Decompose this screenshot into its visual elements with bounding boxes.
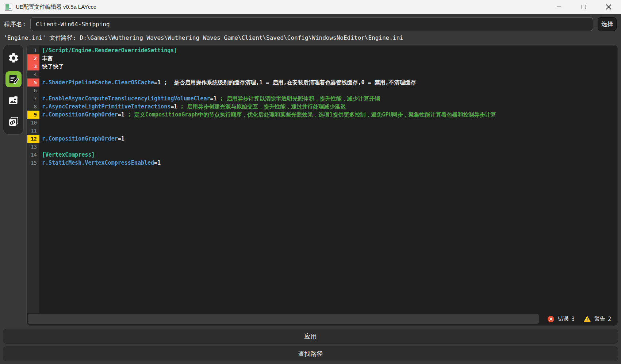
editor-line[interactable]: 3快了快了 [27,62,617,70]
code-line: r.ShaderPipelineCache.ClearOSCache=1 ; 是… [39,78,416,87]
code-line [39,119,42,127]
code-line: r.CompositionGraphOrder=1 [39,135,124,143]
image-icon [8,95,19,106]
find-path-button[interactable]: 查找路径 [3,346,618,361]
editor-line[interactable]: 7r.EnableAsyncComputeTranslucencyLightin… [27,95,617,103]
line-number: 11 [27,127,39,135]
editor-line[interactable]: 4 [27,70,617,78]
line-number: 2 [27,54,39,62]
code-line: r.EnableAsyncComputeTranslucencyLighting… [39,95,380,103]
sidebar [3,45,24,135]
code-editor[interactable]: 1[/Script/Engine.RendererOverrideSetting… [27,46,617,313]
line-number: 3 [27,62,39,70]
close-icon [606,4,612,10]
editor-line[interactable]: 15r.StaticMesh.VertexCompressEnabled=1 [27,159,617,167]
editor-line[interactable]: 12r.CompositionGraphOrder=1 [27,135,617,143]
sidebar-item-settings[interactable] [5,50,22,66]
code-line: 丰富 [39,54,53,62]
code-line [39,87,42,95]
code-line: 快了快了 [39,62,64,70]
editor-lines: 1[/Script/Engine.RendererOverrideSetting… [27,46,617,167]
code-line: [VertexCompress] [39,151,95,159]
minimize-button[interactable] [547,0,571,14]
warning-label: 警告 [594,315,605,322]
app-icon [5,4,12,11]
editor-line[interactable]: 8r.AsyncCreateLightPrimitiveInteractions… [27,103,617,111]
code-line: [/Script/Engine.RendererOverrideSettings… [39,46,177,54]
line-number: 1 [27,46,39,54]
program-row: 程序名: 选择 [0,14,621,34]
editor-line[interactable]: 6 [27,87,617,95]
line-number: 14 [27,151,39,159]
horizontal-scrollbar[interactable] [28,314,539,324]
editor-line[interactable]: 2丰富 [27,54,617,62]
close-button[interactable] [596,0,621,14]
note-edit-icon [8,74,19,85]
engine-ini-path-label: 'Engine.ini' 文件路径: D:\Games\Wuthering Wa… [4,34,619,43]
line-number: 13 [27,143,39,151]
editor-line[interactable]: 14[VertexCompress] [27,151,617,159]
warning-count: 2 [608,316,611,322]
line-number: 9 [27,111,39,119]
editor-line[interactable]: 11 [27,127,617,135]
line-number: 4 [27,70,39,78]
code-line [39,143,42,151]
editor-line[interactable]: 10 [27,119,617,127]
program-name-label: 程序名: [4,20,26,28]
code-line: r.StaticMesh.VertexCompressEnabled=1 [39,159,161,167]
minimize-icon [557,7,561,7]
config-editor-panel: 1[/Script/Engine.RendererOverrideSetting… [26,45,618,326]
sidebar-item-config-edit[interactable] [5,71,22,87]
editor-line[interactable]: 1[/Script/Engine.RendererOverrideSetting… [27,46,617,54]
status-bar: 错误 3 警告 2 [547,315,617,323]
line-number: 8 [27,103,39,111]
error-label: 错误 [558,315,569,322]
warning-icon [583,315,591,322]
select-program-button[interactable]: 选择 [598,17,617,31]
apply-button[interactable]: 应用 [3,329,618,344]
title-bar: UE配置文件编辑器 v0.5a LAYccc [0,0,621,14]
editor-line[interactable]: 9r.CompositionGraphOrder=1 ; 定义Compositi… [27,111,617,119]
line-number: 10 [27,119,39,127]
code-line: r.CompositionGraphOrder=1 ; 定义Compositio… [39,111,496,119]
sidebar-item-link[interactable] [5,114,22,130]
code-line: r.AsyncCreateLightPrimitiveInteractions=… [39,103,346,111]
line-number: 12 [27,135,39,143]
maximize-button[interactable] [571,0,596,14]
error-count: 3 [571,316,575,322]
program-name-input[interactable] [30,17,593,31]
editor-bottom-bar: 错误 3 警告 2 [27,313,617,325]
code-line [39,70,42,78]
line-number: 7 [27,95,39,103]
link-icon [8,116,19,127]
editor-line[interactable]: 13 [27,143,617,151]
maximize-icon [582,5,586,9]
error-icon [547,315,555,323]
line-number: 15 [27,159,39,167]
gear-wrench-icon [8,52,19,64]
line-number: 5 [27,78,39,87]
line-number: 6 [27,87,39,95]
sidebar-item-image[interactable] [5,92,22,108]
code-line [39,127,42,135]
window-title: UE配置文件编辑器 v0.5a LAYccc [16,4,96,11]
editor-line[interactable]: 5r.ShaderPipelineCache.ClearOSCache=1 ; … [27,78,617,87]
window-controls [547,0,621,14]
